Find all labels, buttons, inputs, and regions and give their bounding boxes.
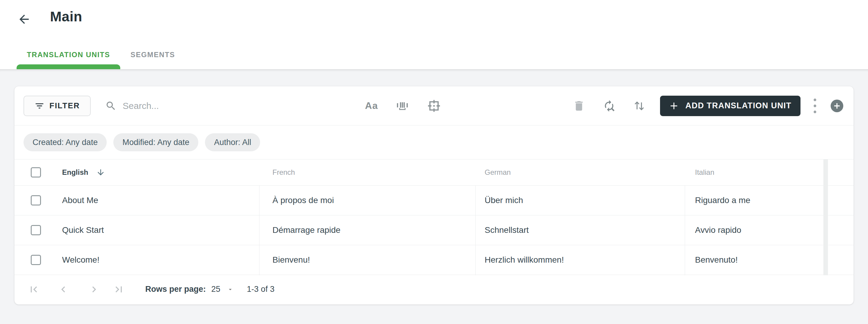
cell-text: Riguardo a me — [695, 195, 750, 205]
table-row[interactable]: Quick Start Démarrage rapide Schnellstar… — [14, 215, 854, 245]
quick-add-button[interactable] — [831, 100, 843, 112]
search-input[interactable] — [122, 101, 330, 111]
filter-chips-row: Created: Any date Modified: Any date Aut… — [14, 125, 854, 159]
cell-text: Welcome! — [62, 255, 99, 265]
column-header-italian[interactable]: Italian — [685, 168, 824, 177]
cell-text: À propos de moi — [273, 195, 334, 205]
whole-word-button[interactable] — [396, 100, 409, 112]
last-page-button[interactable] — [113, 283, 125, 295]
tab-label: TRANSLATION UNITS — [27, 50, 110, 59]
rows-per-page-value: 25 — [211, 285, 220, 294]
regex-button[interactable] — [427, 99, 441, 113]
row-checkbox[interactable] — [31, 255, 41, 265]
cell-text: Schnellstart — [485, 225, 529, 235]
trash-icon — [572, 100, 585, 112]
regex-icon — [427, 99, 441, 113]
cell-text: Über mich — [485, 195, 523, 205]
cell-english: About Me — [14, 195, 259, 206]
column-label: Italian — [695, 168, 714, 176]
add-translation-unit-label: ADD TRANSLATION UNIT — [685, 101, 792, 110]
search-options: Aa — [365, 99, 441, 113]
table-row[interactable]: About Me À propos de moi Über mich Rigua… — [14, 186, 854, 215]
filter-chip-created[interactable]: Created: Any date — [24, 133, 107, 151]
table-row[interactable]: Welcome! Bienvenu! Herzlich willkommen! … — [14, 245, 854, 275]
filter-chip-modified[interactable]: Modified: Any date — [113, 133, 198, 151]
top-header: Main TRANSLATION UNITS SEGMENTS — [0, 0, 868, 69]
column-divider — [259, 186, 259, 275]
add-translation-unit-button[interactable]: ADD TRANSLATION UNIT — [660, 96, 801, 116]
pagination-bar: Rows per page: 25 1-3 of 3 — [14, 275, 854, 303]
cell-text: Benvenuto! — [695, 255, 738, 264]
previous-page-button[interactable] — [57, 283, 69, 295]
page-title: Main — [50, 8, 82, 25]
triangle-down-icon — [227, 286, 234, 293]
cell-italian: Riguardo a me — [685, 195, 824, 205]
first-page-button[interactable] — [28, 283, 40, 295]
row-checkbox[interactable] — [31, 225, 41, 235]
filter-button[interactable]: FILTER — [24, 96, 91, 116]
cell-french: À propos de moi — [259, 195, 475, 205]
screen: Main TRANSLATION UNITS SEGMENTS FILTER — [0, 0, 868, 324]
tab-segments[interactable]: SEGMENTS — [120, 40, 185, 69]
sort-desc-arrow-icon — [96, 168, 105, 177]
row-checkbox[interactable] — [31, 195, 41, 206]
active-tab-indicator — [17, 64, 120, 69]
last-page-icon — [113, 283, 125, 295]
column-label: English — [62, 168, 88, 177]
column-label: French — [273, 168, 295, 176]
select-all-checkbox[interactable] — [31, 167, 41, 178]
chip-label: Created: Any date — [33, 138, 98, 147]
rows-per-page-select[interactable]: 25 — [211, 285, 234, 294]
cell-text: Bienvenu! — [273, 255, 310, 264]
find-replace-icon — [603, 100, 615, 112]
toolbar: FILTER Aa — [14, 86, 854, 125]
filter-icon — [34, 101, 44, 111]
cell-italian: Avvio rapido — [685, 225, 824, 235]
page-range-label: 1-3 of 3 — [247, 285, 275, 294]
cell-text: Avvio rapido — [695, 225, 741, 235]
content-area: FILTER Aa — [0, 69, 868, 324]
cell-text: About Me — [62, 195, 98, 205]
arrow-left-icon — [17, 12, 31, 26]
whole-word-icon — [396, 100, 409, 112]
tab-translation-units[interactable]: TRANSLATION UNITS — [17, 40, 120, 69]
cell-italian: Benvenuto! — [685, 255, 824, 265]
cell-text: Démarrage rapide — [273, 225, 341, 235]
cell-text: Quick Start — [62, 225, 104, 235]
filter-chip-author[interactable]: Author: All — [205, 133, 260, 151]
chevron-left-icon — [57, 283, 69, 295]
cell-french: Bienvenu! — [259, 255, 475, 265]
chip-label: Author: All — [214, 138, 251, 147]
column-header-german[interactable]: German — [475, 168, 685, 177]
plus-circle-icon — [833, 102, 841, 109]
scrollbar-track[interactable] — [824, 159, 828, 275]
cell-german: Schnellstart — [475, 225, 685, 235]
toolbar-actions — [572, 99, 646, 112]
sort-arrows-icon — [633, 99, 646, 112]
cell-german: Über mich — [475, 195, 685, 205]
more-options-button[interactable] — [809, 97, 820, 115]
rows-per-page-label: Rows per page: — [145, 285, 206, 294]
chip-label: Modified: Any date — [122, 138, 189, 147]
sort-button[interactable] — [633, 99, 646, 112]
translation-units-table: English French German Italian — [14, 159, 854, 275]
column-header-french[interactable]: French — [259, 168, 475, 177]
tab-label: SEGMENTS — [130, 50, 175, 59]
column-header-english[interactable]: English — [14, 167, 259, 178]
cell-english: Quick Start — [14, 225, 259, 235]
cell-french: Démarrage rapide — [259, 225, 475, 235]
plus-icon — [669, 101, 679, 111]
tab-bar: TRANSLATION UNITS SEGMENTS — [17, 40, 185, 69]
cell-english: Welcome! — [14, 255, 259, 265]
table-header-row: English French German Italian — [14, 159, 854, 186]
next-page-button[interactable] — [88, 283, 100, 295]
cell-german: Herzlich willkommen! — [475, 255, 685, 265]
delete-button[interactable] — [572, 100, 585, 112]
translation-units-card: FILTER Aa — [14, 86, 854, 304]
cell-text: Herzlich willkommen! — [485, 255, 564, 264]
match-case-button[interactable]: Aa — [365, 100, 378, 111]
back-button[interactable] — [16, 11, 33, 28]
find-replace-button[interactable] — [603, 100, 615, 112]
first-page-icon — [28, 283, 40, 295]
search-icon — [105, 100, 117, 112]
